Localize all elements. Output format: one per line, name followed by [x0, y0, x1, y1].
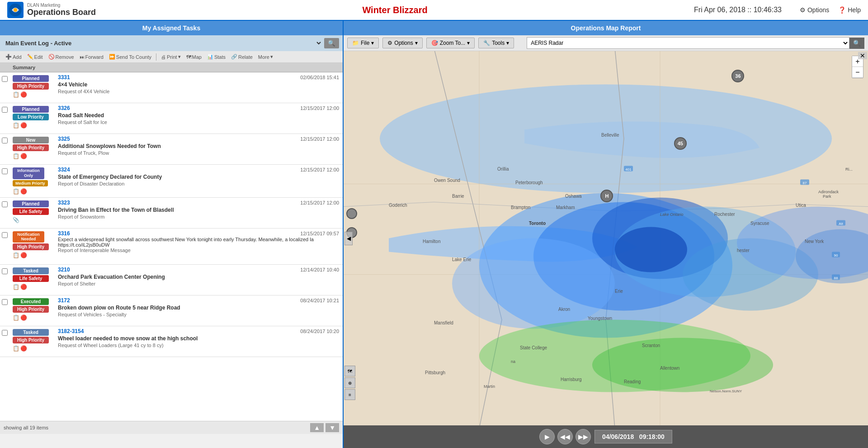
log-desc: Report of Shelter — [58, 281, 339, 286]
action-icon-2[interactable]: 🔴 — [20, 252, 27, 258]
log-checkbox[interactable] — [2, 138, 8, 143]
map-layer-btn-2[interactable]: ⊕ — [344, 377, 355, 388]
log-id-link[interactable]: 3325 — [58, 136, 70, 142]
log-date: 12/14/2017 10:40 — [300, 267, 339, 272]
action-icon-1[interactable]: 📋 — [13, 315, 19, 321]
status-text: showing all 19 items — [4, 425, 48, 430]
scroll-down-button[interactable]: ▼ — [326, 423, 339, 432]
status-badge: Executed — [13, 298, 49, 305]
log-checkbox[interactable] — [2, 232, 8, 238]
log-checkbox[interactable] — [2, 299, 8, 305]
log-id-link[interactable]: 3326 — [58, 105, 70, 111]
timeline-play-button[interactable]: ▶ — [539, 429, 555, 444]
timeline-controls: ▶ ◀◀ ▶▶ — [539, 429, 591, 444]
map-search-button[interactable]: 🔍 — [849, 38, 864, 49]
log-date: 08/24/2017 10:20 — [300, 329, 339, 334]
map-close-button[interactable]: ✕ — [858, 52, 867, 59]
left-panel: My Assigned Tasks Main Event Log - Activ… — [0, 21, 344, 448]
action-icon-2[interactable]: 🔴 — [20, 345, 27, 352]
log-checkbox[interactable] — [2, 268, 8, 274]
timeline-forward-button[interactable]: ▶▶ — [576, 429, 591, 444]
edit-button[interactable]: ✏️ Edit — [25, 53, 45, 61]
action-icon-2[interactable]: 🔴 — [20, 122, 27, 129]
forward-button[interactable]: ⏭ Forward — [78, 53, 105, 61]
log-title: Driving Ban in Effect for the Town of Bl… — [58, 207, 339, 213]
map-marker-left-top[interactable] — [346, 208, 357, 219]
relate-button[interactable]: 🔗 Relate — [229, 53, 255, 61]
action-icon-2[interactable]: 🔴 — [20, 284, 27, 290]
target-icon: 🎯 — [431, 40, 438, 46]
file-button[interactable]: 📁 File ▾ — [347, 38, 379, 48]
log-checkbox[interactable] — [2, 201, 8, 207]
map-options-button[interactable]: ⚙ Options ▾ — [382, 38, 422, 48]
remove-button[interactable]: 🚫 Remove — [47, 53, 76, 61]
action-icon-1[interactable]: 📋 — [13, 345, 19, 352]
log-id-link[interactable]: 3324 — [58, 167, 70, 173]
zoom-out-button[interactable]: − — [852, 67, 863, 78]
zoom-to-button[interactable]: 🎯 Zoom To... ▾ — [426, 38, 475, 48]
add-button[interactable]: ➕ Add — [4, 53, 24, 61]
log-checkbox[interactable] — [2, 168, 8, 174]
log-selector-row: Main Event Log - Active 🔍 — [0, 35, 343, 51]
print-icon: 🖨 — [161, 54, 166, 60]
map-layer-selector[interactable]: AERIS Radar — [527, 37, 849, 49]
priority-badge: High Priority — [13, 83, 49, 90]
help-button[interactable]: ❓ Help — [838, 6, 861, 14]
log-checkbox[interactable] — [2, 76, 8, 82]
action-icon-1[interactable]: 📋 — [13, 91, 19, 98]
log-id-link[interactable]: 3172 — [58, 297, 70, 304]
action-icon-2[interactable]: 🔴 — [20, 315, 27, 321]
map-expand-left[interactable]: ◀ — [344, 232, 353, 245]
edit-icon: ✏️ — [27, 54, 33, 60]
svg-text:Hamilton: Hamilton — [423, 239, 440, 244]
plus-icon: ➕ — [5, 54, 12, 60]
map-search-row: AERIS Radar 🔍 — [527, 37, 864, 49]
attachment-icon[interactable]: 📎 — [13, 217, 19, 223]
tools-button[interactable]: 🔧 Tools ▾ — [478, 38, 514, 48]
send-to-county-button[interactable]: ⏩ Send To County — [107, 53, 153, 61]
print-button[interactable]: 🖨 Print ▾ — [159, 53, 183, 61]
log-id-link[interactable]: 3331 — [58, 74, 70, 81]
scroll-up-button[interactable]: ▲ — [310, 423, 324, 432]
svg-text:Allentown: Allentown — [660, 366, 679, 371]
logo-text: DLAN Marketing Operations Board — [27, 3, 96, 17]
log-selector[interactable]: Main Event Log - Active — [4, 39, 322, 47]
column-header-row: Summary — [0, 63, 343, 72]
action-icon-2[interactable]: 🔴 — [20, 91, 27, 98]
action-icon-1[interactable]: 📋 — [13, 188, 19, 195]
logo-title: Operations Board — [27, 8, 96, 17]
log-id-link[interactable]: 3182-3154 — [58, 328, 84, 334]
map-button[interactable]: 🗺 Map — [184, 53, 203, 61]
map-container[interactable]: Owen Sound Orillia Goderich Barrie Peter… — [344, 51, 868, 425]
action-icon-2[interactable]: 🔴 — [20, 153, 27, 159]
action-icon-2[interactable]: 🔴 — [20, 188, 27, 195]
log-checkbox[interactable] — [2, 107, 8, 113]
priority-badge: High Priority — [13, 144, 49, 151]
log-id-link[interactable]: 3316 — [58, 230, 70, 237]
more-button[interactable]: More ▾ — [256, 53, 275, 61]
svg-text:Nelson.Norm.SUNY: Nelson.Norm.SUNY — [710, 389, 742, 393]
action-icon-1[interactable]: 📋 — [13, 284, 19, 290]
log-checkbox[interactable] — [2, 330, 8, 336]
map-layer-btn-3[interactable]: ≡ — [344, 389, 355, 400]
options-button[interactable]: ⚙ Options — [800, 6, 829, 14]
log-list[interactable]: Planned High Priority 📋 🔴 3331 02/06/201… — [0, 72, 343, 421]
log-desc: Request of Salt for Ice — [58, 119, 339, 125]
log-desc: Report of Disaster Declaration — [58, 181, 339, 186]
log-search-button[interactable]: 🔍 — [324, 38, 339, 48]
action-icon-1[interactable]: 📋 — [13, 153, 19, 159]
log-title: State of Emergency Declared for County — [58, 174, 339, 180]
action-icon-1[interactable]: 📋 — [13, 122, 19, 129]
action-icon-1[interactable]: 📋 — [13, 252, 19, 258]
stats-button[interactable]: 📊 Stats — [205, 53, 227, 61]
left-panel-header: My Assigned Tasks — [0, 21, 343, 35]
svg-text:Syracuse: Syracuse — [750, 221, 769, 226]
main-layout: My Assigned Tasks Main Event Log - Activ… — [0, 21, 868, 448]
log-date: 12/15/2017 12:00 — [300, 200, 339, 205]
log-id-link[interactable]: 3323 — [58, 200, 70, 206]
map-marker-45[interactable]: 45 — [674, 137, 687, 150]
log-id-link[interactable]: 3210 — [58, 267, 70, 273]
folder-icon: 📁 — [352, 40, 359, 46]
timeline-back-button[interactable]: ◀◀ — [557, 429, 573, 444]
map-layer-btn-1[interactable]: 🗺 — [344, 366, 355, 377]
